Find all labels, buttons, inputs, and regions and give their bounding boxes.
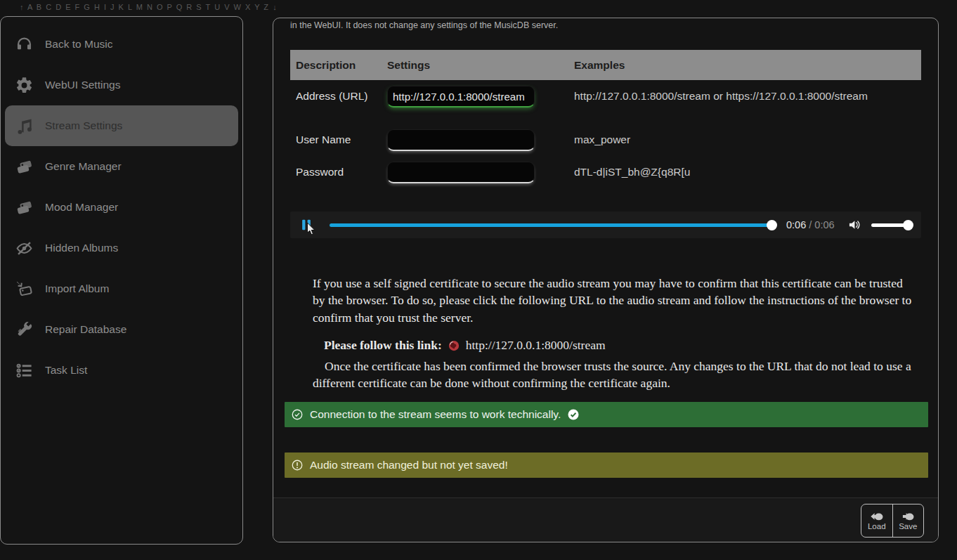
sidebar-item-stream-settings[interactable]: Stream Settings <box>5 105 238 146</box>
sidebar-item-label: Import Album <box>45 282 109 295</box>
certificate-paragraph-2: Once the certificate has been confirmed … <box>313 358 921 393</box>
audio-player: 0:06 / 0:06 <box>290 211 921 238</box>
stream-url-link[interactable]: http://127.0.0.1:8000/stream <box>466 338 606 353</box>
sidebar-item-task-list[interactable]: Task List <box>1 350 242 391</box>
pause-button[interactable] <box>300 219 313 231</box>
sidebar-item-label: Task List <box>45 364 87 377</box>
username-input[interactable] <box>387 129 535 151</box>
globe-icon <box>448 339 460 352</box>
current-time: 0:06 <box>786 219 806 230</box>
save-icon <box>900 511 916 522</box>
certificate-link-row: Please follow this link: http://127.0.0.… <box>324 338 606 353</box>
connection-status-text: Connection to the stream seems to work t… <box>310 408 561 421</box>
sidebar-item-label: Hidden Albums <box>45 242 118 254</box>
load-icon <box>869 511 885 522</box>
sidebar-item-repair-database[interactable]: Repair Database <box>1 309 242 350</box>
load-save-button-group: Load Save <box>861 504 924 538</box>
time-display: 0:06 / 0:06 <box>786 219 835 230</box>
sidebar-item-label: WebUI Settings <box>45 79 120 91</box>
volume-icon[interactable] <box>847 218 861 232</box>
table-header-row: Description Settings Examples <box>290 50 921 80</box>
stream-settings-panel: in the WebUI. It does not change any set… <box>273 18 939 542</box>
alphabet-jump-bar[interactable]: ↑ A B C D E F G H I J K L M N O P Q R S … <box>20 3 278 11</box>
address-url-input[interactable] <box>387 86 535 108</box>
unsaved-warning-text: Audio stream changed but not yet saved! <box>310 459 508 471</box>
column-header-examples: Examples <box>574 59 625 72</box>
username-example: max_power <box>574 134 630 146</box>
music-note-icon <box>13 115 34 136</box>
load-button[interactable]: Load <box>861 504 892 537</box>
exclamation-circle-icon <box>291 459 304 471</box>
sidebar-item-webui-settings[interactable]: WebUI Settings <box>1 65 242 105</box>
seek-slider[interactable] <box>330 223 772 227</box>
link-label: Please follow this link: <box>324 338 442 353</box>
column-header-description: Description <box>290 59 387 72</box>
address-url-example: http://127.0.0.1:8000/stream or https://… <box>574 90 868 103</box>
volume-thumb[interactable] <box>903 220 913 230</box>
settings-sidebar: Back to Music WebUI Settings Stream Sett… <box>0 16 243 545</box>
password-label: Password <box>296 166 344 178</box>
check-circle-solid-icon <box>567 408 580 421</box>
sidebar-item-label: Stream Settings <box>45 119 122 132</box>
duration: 0:06 <box>814 219 834 230</box>
username-label: User Name <box>296 134 351 146</box>
password-example: dTL-d|iST_bh@Z{q8R[u <box>574 166 690 178</box>
column-header-settings: Settings <box>387 59 574 72</box>
tags-icon <box>13 197 34 218</box>
sidebar-item-genre-manager[interactable]: Genre Manager <box>1 146 242 187</box>
import-icon <box>13 278 34 299</box>
eye-slash-icon <box>13 237 34 259</box>
load-button-label: Load <box>868 522 886 530</box>
check-circle-outline-icon <box>291 408 304 421</box>
gear-icon <box>13 74 34 96</box>
headphones-icon <box>13 34 34 55</box>
seek-thumb[interactable] <box>767 220 777 230</box>
save-button-label: Save <box>899 522 917 530</box>
pause-icon <box>300 219 313 231</box>
tags-icon <box>13 156 34 177</box>
save-button[interactable]: Save <box>892 504 924 537</box>
unsaved-warning-bar: Audio stream changed but not yet saved! <box>285 452 928 478</box>
sidebar-item-import-album[interactable]: Import Album <box>1 268 242 309</box>
musicdb-settings-screen: ↑ A B C D E F G H I J K L M N O P Q R S … <box>0 0 957 560</box>
address-url-label: Address (URL) <box>296 90 368 103</box>
sidebar-item-mood-manager[interactable]: Mood Manager <box>1 187 242 228</box>
sidebar-item-label: Repair Database <box>45 323 126 336</box>
certificate-paragraph: If you use a self signed certificate to … <box>313 275 916 327</box>
sidebar-item-label: Genre Manager <box>45 160 122 173</box>
time-separator: / <box>806 219 814 230</box>
panel-footer: Load Save <box>273 497 938 542</box>
task-list-icon <box>13 360 34 381</box>
repair-wrench-icon <box>13 319 34 340</box>
volume-slider[interactable] <box>871 223 909 227</box>
sidebar-item-label: Back to Music <box>45 38 112 51</box>
sidebar-item-label: Mood Manager <box>45 201 118 214</box>
connection-status-bar: Connection to the stream seems to work t… <box>285 402 928 427</box>
sidebar-item-hidden-albums[interactable]: Hidden Albums <box>1 228 242 268</box>
intro-text: in the WebUI. It does not change any set… <box>290 20 558 30</box>
password-input[interactable] <box>387 162 535 183</box>
sidebar-item-back-to-music[interactable]: Back to Music <box>1 24 242 65</box>
